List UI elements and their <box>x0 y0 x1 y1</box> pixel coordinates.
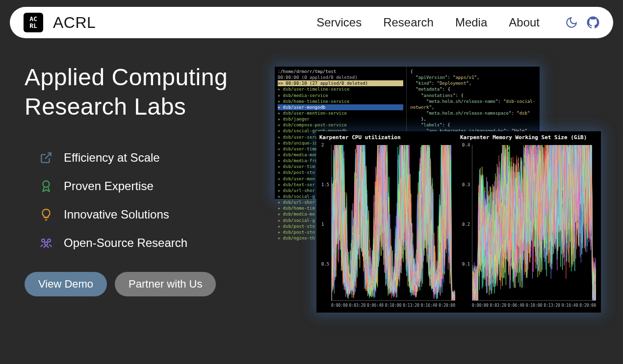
nav-link-media[interactable]: Media <box>455 16 487 29</box>
nav-link-about[interactable]: About <box>509 16 540 29</box>
json-key: meta.helm.sh/release-namespace <box>429 111 509 116</box>
external-link-icon <box>39 151 53 165</box>
feature-opensource: Open-Source Research <box>39 236 270 250</box>
hero-title: Applied Computing Research Labs <box>25 63 270 121</box>
svg-point-1 <box>43 181 50 187</box>
hero-section: Applied Computing Research Labs Efficien… <box>0 38 623 296</box>
hero-illustration: :/home/drmorr/tmp/test 00:00:00 (0 appli… <box>270 63 603 296</box>
chart-cpu-plot <box>331 145 455 301</box>
chart-memory-plot <box>472 145 596 301</box>
chart-ytick: 0.5 <box>321 261 329 267</box>
moon-icon[interactable] <box>565 16 578 29</box>
chart-ytick: 0.3 <box>462 182 470 188</box>
json-kind: Deployment <box>440 81 466 86</box>
chart-cpu: Karpenter CPU utilization 21.510.5 0:00:… <box>319 134 457 310</box>
feature-expertise: Proven Expertise <box>39 179 270 193</box>
svg-point-2 <box>42 239 45 242</box>
chart-cpu-xaxis: 0:00:000:03:200:06:400:10:000:13:200:16:… <box>331 303 455 309</box>
github-icon[interactable] <box>587 16 599 29</box>
chart-xtick: 0:06:40 <box>508 303 524 309</box>
chart-memory: Karpenter Memory Working Set Size (GiB) … <box>460 134 598 310</box>
chart-memory-title: Karpenter Memory Working Set Size (GiB) <box>460 134 598 142</box>
terminal-item: + dsb/user-mongodb <box>278 104 403 110</box>
chart-xtick: 0:16:40 <box>421 303 438 309</box>
svg-point-3 <box>48 239 51 242</box>
chart-ytick: 0.4 <box>462 142 470 148</box>
json-key: meta.helm.sh/release-name <box>429 99 495 104</box>
chart-xtick: 0:13:20 <box>403 303 419 309</box>
terminal-status-1: 00:00:00 (0 applied/0 deleted) <box>278 74 403 80</box>
nav-link-services[interactable]: Services <box>316 16 362 29</box>
chart-xtick: 0:13:20 <box>544 303 560 309</box>
json-labels: labels <box>424 122 440 127</box>
view-demo-button[interactable]: View Demo <box>25 272 107 296</box>
chart-xtick: 0:03:20 <box>490 303 507 309</box>
svg-point-4 <box>45 242 48 245</box>
chart-xtick: 0:10:00 <box>526 303 543 309</box>
feature-label: Open-Source Research <box>64 236 187 250</box>
json-annotations: annotations <box>424 93 453 98</box>
chart-ytick: 1 <box>321 221 324 227</box>
award-icon <box>39 179 53 193</box>
chart-xtick: 0:16:40 <box>562 303 578 309</box>
terminal-status-2: >> 00:00:10 (27 applied/0 deleted) <box>278 80 403 86</box>
brand-name: ACRL <box>53 14 96 32</box>
terminal-item: + dsb/user-mention-service <box>278 110 403 116</box>
lightbulb-icon <box>39 208 53 221</box>
chart-xtick: 0:00:00 <box>331 303 348 309</box>
chart-xtick: 0:03:20 <box>349 303 366 309</box>
cta-buttons: View Demo Partner with Us <box>25 272 270 296</box>
chart-memory-xaxis: 0:00:000:03:200:06:400:10:000:13:200:16:… <box>472 303 596 309</box>
terminal-item: + dsb/home-timeline-service <box>278 98 403 104</box>
terminal-item: + dsb/media-service <box>278 93 403 98</box>
charts-panel: Karpenter CPU utilization 21.510.5 0:00:… <box>316 131 601 313</box>
chart-xtick: 0:06:40 <box>367 303 384 309</box>
terminal-item: + dsb/user-timeline-service <box>278 86 403 92</box>
chart-ytick: 0.1 <box>462 261 470 267</box>
terminal-item: + dsb/jaeger <box>278 116 403 122</box>
nav-link-research[interactable]: Research <box>383 16 434 29</box>
feature-innovative: Innovative Solutions <box>39 208 270 221</box>
logo-icon: ACRL <box>24 13 43 32</box>
feature-list: Efficiency at Scale Proven Expertise Inn… <box>39 151 270 250</box>
json-val: dsb <box>519 111 527 116</box>
chart-cpu-title: Karpenter CPU utilization <box>319 134 457 142</box>
json-apiversion: apps/v1 <box>456 75 474 80</box>
feature-label: Proven Expertise <box>64 179 154 193</box>
chart-xtick: 0:20:00 <box>439 303 455 309</box>
feature-label: Efficiency at Scale <box>64 151 160 165</box>
chart-ytick: 1.5 <box>321 182 329 188</box>
hero-title-line2: Research Labs <box>25 94 186 120</box>
svg-line-0 <box>45 153 51 159</box>
hero-title-line1: Applied Computing <box>25 64 228 90</box>
terminal-path: :/home/drmorr/tmp/test <box>278 69 403 74</box>
chart-xtick: 0:00:00 <box>472 303 489 309</box>
chart-xtick: 0:20:00 <box>579 303 596 309</box>
navbar: ACRL ACRL Services Research Media About <box>10 7 613 38</box>
partner-button[interactable]: Partner with Us <box>115 272 216 296</box>
people-icon <box>39 236 53 250</box>
chart-ytick: 0.2 <box>462 221 470 227</box>
feature-efficiency: Efficiency at Scale <box>39 151 270 165</box>
chart-xtick: 0:10:00 <box>385 303 402 309</box>
chart-ytick: 2 <box>321 142 324 148</box>
feature-label: Innovative Solutions <box>64 208 169 221</box>
json-metadata: metadata <box>418 87 440 92</box>
terminal-item: + dsb/compose-post-service <box>278 122 403 128</box>
